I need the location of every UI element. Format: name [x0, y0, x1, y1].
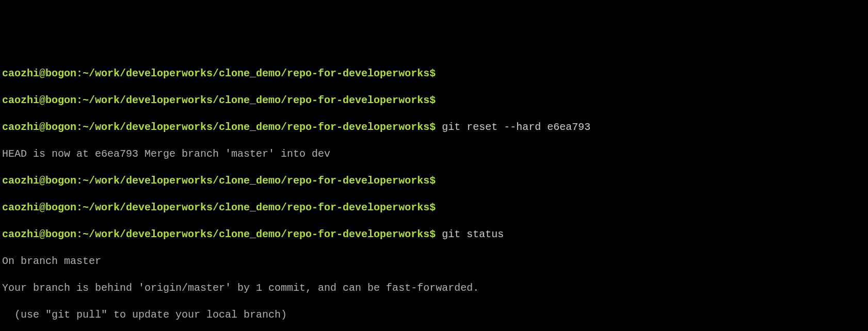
- command-text: git reset --hard e6ea793: [436, 121, 590, 133]
- output-line: Your branch is behind 'origin/master' by…: [2, 282, 866, 295]
- shell-prompt: caozhi@bogon:~/work/developerworks/clone…: [2, 202, 436, 213]
- output-line: HEAD is now at e6ea793 Merge branch 'mas…: [2, 147, 866, 161]
- prompt-line: caozhi@bogon:~/work/developerworks/clone…: [2, 94, 866, 107]
- shell-prompt: caozhi@bogon:~/work/developerworks/clone…: [2, 121, 436, 133]
- command-line: caozhi@bogon:~/work/developerworks/clone…: [2, 121, 866, 134]
- output-line: (use "git pull" to update your local bra…: [2, 308, 866, 322]
- shell-prompt: caozhi@bogon:~/work/developerworks/clone…: [2, 94, 436, 106]
- command-text: git status: [436, 228, 504, 240]
- shell-prompt: caozhi@bogon:~/work/developerworks/clone…: [2, 68, 436, 79]
- shell-prompt: caozhi@bogon:~/work/developerworks/clone…: [2, 228, 436, 240]
- prompt-line: caozhi@bogon:~/work/developerworks/clone…: [2, 174, 866, 188]
- prompt-line: caozhi@bogon:~/work/developerworks/clone…: [2, 67, 866, 80]
- output-line: On branch master: [2, 255, 866, 268]
- terminal[interactable]: caozhi@bogon:~/work/developerworks/clone…: [0, 54, 868, 331]
- prompt-line: caozhi@bogon:~/work/developerworks/clone…: [2, 201, 866, 214]
- command-line: caozhi@bogon:~/work/developerworks/clone…: [2, 228, 866, 241]
- shell-prompt: caozhi@bogon:~/work/developerworks/clone…: [2, 175, 436, 187]
